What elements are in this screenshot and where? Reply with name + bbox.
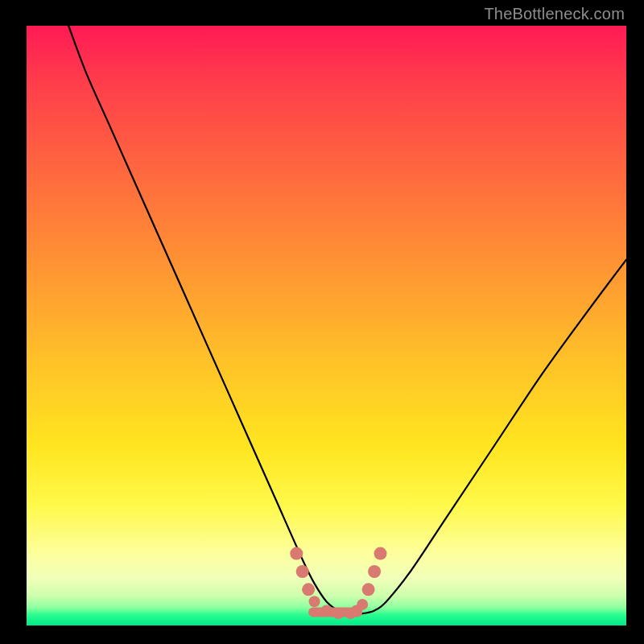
bottleneck-curve	[68, 26, 626, 614]
curve-layer	[27, 26, 626, 625]
highlight-dot	[368, 565, 381, 578]
highlight-dot	[332, 608, 344, 619]
highlight-pill	[308, 608, 362, 617]
highlight-dot	[302, 583, 315, 596]
highlight-dot	[374, 547, 387, 560]
highlight-dot	[309, 596, 320, 607]
highlight-dot	[345, 608, 356, 619]
highlight-dot	[357, 599, 368, 610]
highlight-dot	[296, 565, 309, 578]
highlight-dot	[362, 583, 375, 596]
highlight-dot	[321, 605, 332, 616]
plot-area	[27, 26, 626, 625]
watermark-text: TheBottleneck.com	[484, 5, 625, 23]
highlight-dot	[351, 605, 362, 616]
highlight-markers	[290, 547, 386, 620]
chart-frame: TheBottleneck.com	[0, 0, 644, 644]
highlight-dot	[290, 547, 303, 560]
